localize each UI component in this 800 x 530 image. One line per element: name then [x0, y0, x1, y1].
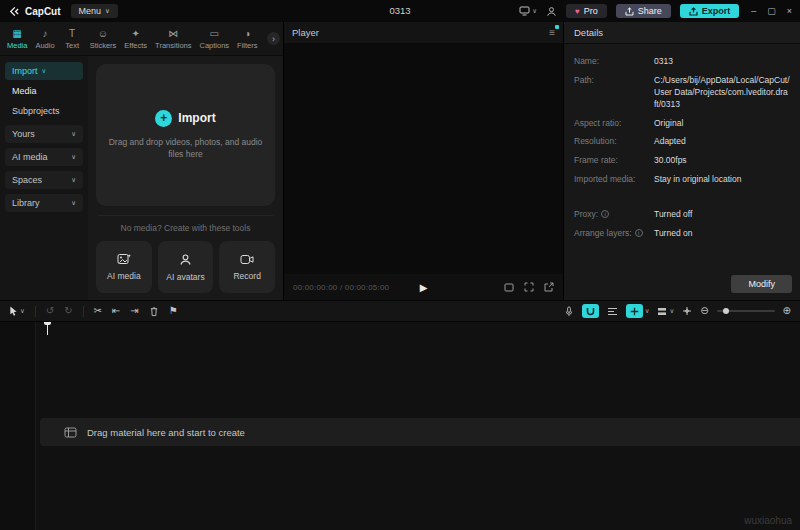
- minimize-button[interactable]: –: [751, 6, 756, 16]
- media-track-icon: [64, 427, 77, 438]
- detail-value[interactable]: Original: [654, 118, 683, 130]
- tracks-view-button[interactable]: [607, 307, 618, 316]
- ai-avatars-card[interactable]: AI avatars: [158, 241, 214, 293]
- sidebar-item-label: Media: [12, 86, 37, 96]
- tab-transitions[interactable]: ⋈ Transitions: [151, 28, 195, 50]
- layout-switch-button[interactable]: ∨: [519, 6, 537, 16]
- undo-button[interactable]: ↺: [46, 306, 54, 316]
- playhead-line[interactable]: [47, 322, 48, 335]
- details-panel: Details Name: 0313 Path: C:/Users/bij/Ap…: [564, 22, 800, 300]
- fullscreen-icon[interactable]: [524, 282, 534, 292]
- tab-label: Captions: [200, 41, 230, 50]
- timeline-zoom-slider[interactable]: [717, 310, 775, 312]
- player-viewport[interactable]: [284, 44, 563, 274]
- tab-label: Transitions: [155, 41, 191, 50]
- player-menu-icon[interactable]: ≡: [549, 28, 555, 38]
- sidebar-item-spaces[interactable]: Spaces ∨: [5, 171, 83, 189]
- ratio-icon[interactable]: [504, 283, 514, 292]
- tab-filters[interactable]: ◑ Filters: [233, 28, 261, 50]
- detail-label: Frame rate:: [574, 155, 654, 167]
- detail-value[interactable]: 30.00fps: [654, 155, 687, 167]
- ai-media-icon: [117, 253, 131, 265]
- zoom-slider-handle[interactable]: [723, 308, 729, 314]
- transitions-icon: ⋈: [168, 28, 178, 39]
- sidebar-item-subprojects[interactable]: Subprojects: [5, 102, 83, 120]
- detail-value[interactable]: Turned on: [654, 228, 692, 240]
- modify-button[interactable]: Modify: [731, 275, 792, 293]
- info-icon[interactable]: i: [635, 229, 643, 237]
- zoom-out-button[interactable]: ⊖: [700, 306, 708, 316]
- tools-hint: No media? Create with these tools: [98, 215, 273, 233]
- import-button[interactable]: + Import: [155, 110, 215, 127]
- chevron-right-icon: ›: [272, 34, 275, 44]
- sidebar-item-ai-media[interactable]: AI media ∨: [5, 148, 83, 166]
- detail-label: Name:: [574, 56, 654, 68]
- timeline-area[interactable]: Drag material here and start to create w…: [0, 322, 800, 530]
- titlebar-right: ∨ ♥ Pro Share Export – ▢ ×: [519, 4, 792, 18]
- ai-media-card[interactable]: AI media: [96, 241, 152, 293]
- chevron-down-icon: ∨: [645, 308, 650, 315]
- tabbar-overflow-button[interactable]: ›: [267, 32, 280, 45]
- export-button[interactable]: Export: [680, 4, 740, 18]
- delete-right-button[interactable]: ⇥: [130, 306, 138, 316]
- detail-row-arrange-layers: Arrange layers: i Turned on: [574, 228, 790, 240]
- player-header: Player ≡: [284, 22, 563, 44]
- player-timecode: 00:00:00:00 / 00:00:05:00: [293, 283, 389, 292]
- zoom-in-button[interactable]: ⊕: [783, 306, 791, 316]
- watermark-text: wuxiaohua: [744, 515, 792, 526]
- delete-button[interactable]: [149, 306, 159, 317]
- captions-icon: ▭: [210, 28, 219, 39]
- detail-label: Proxy: i: [574, 209, 654, 221]
- share-icon: [625, 7, 634, 16]
- tool-card-label: AI avatars: [166, 272, 204, 282]
- heart-icon: ♥: [575, 7, 580, 16]
- record-card[interactable]: Record: [219, 241, 275, 293]
- close-button[interactable]: ×: [787, 6, 792, 16]
- media-library-panel: ▦ Media ♪ Audio T Text ☺ Stickers ✦ Effe…: [0, 22, 283, 300]
- tab-stickers[interactable]: ☺ Stickers: [86, 28, 121, 50]
- detail-row-resolution: Resolution: Adapted: [574, 136, 790, 148]
- mark-button[interactable]: ⚑: [169, 306, 178, 316]
- tab-audio[interactable]: ♪ Audio: [31, 28, 58, 50]
- timeline-drop-placeholder[interactable]: Drag material here and start to create: [40, 418, 800, 446]
- tool-card-label: Record: [233, 271, 260, 281]
- detail-value[interactable]: Adapted: [654, 136, 686, 148]
- detail-row-aspect-ratio: Aspect ratio: Original: [574, 118, 790, 130]
- detail-value[interactable]: Stay in original location: [654, 174, 741, 186]
- tab-media[interactable]: ▦ Media: [3, 28, 31, 50]
- effects-icon: ✦: [132, 28, 140, 39]
- track-height-dropdown[interactable]: ∨: [657, 307, 674, 316]
- share-button[interactable]: Share: [616, 4, 671, 18]
- player-panel: Player ≡ 00:00:00:00 / 00:00:05:00 ▶: [284, 22, 563, 300]
- profile-button[interactable]: [546, 6, 557, 17]
- preview-axis-button[interactable]: [682, 306, 692, 316]
- tab-text[interactable]: T Text: [59, 28, 86, 50]
- redo-button[interactable]: ↻: [64, 306, 72, 316]
- maximize-button[interactable]: ▢: [767, 6, 776, 16]
- info-icon[interactable]: i: [601, 210, 609, 218]
- sidebar-item-media[interactable]: Media: [5, 82, 83, 100]
- menu-button[interactable]: Menu ∨: [71, 4, 118, 18]
- tab-label: Stickers: [90, 41, 117, 50]
- voiceover-mic-button[interactable]: [564, 306, 574, 317]
- sidebar-item-yours[interactable]: Yours ∨: [5, 125, 83, 143]
- linkage-toggle[interactable]: ∨: [626, 304, 650, 318]
- sidebar-item-library[interactable]: Library ∨: [5, 194, 83, 212]
- record-camera-icon: [240, 254, 254, 265]
- split-button[interactable]: ✂: [94, 306, 102, 316]
- detach-player-icon[interactable]: [544, 282, 554, 292]
- tab-effects[interactable]: ✦ Effects: [120, 28, 151, 50]
- play-button[interactable]: ▶: [420, 282, 428, 293]
- tab-captions[interactable]: ▭ Captions: [196, 28, 234, 50]
- magnet-icon: [586, 307, 595, 316]
- snap-toggle[interactable]: [582, 304, 599, 318]
- pro-badge[interactable]: ♥ Pro: [566, 4, 607, 18]
- import-dropzone[interactable]: + Import Drag and drop videos, photos, a…: [96, 64, 275, 206]
- sidebar-item-import[interactable]: Import ∨: [5, 62, 83, 80]
- detail-value[interactable]: Turned off: [654, 209, 692, 221]
- player-title: Player: [292, 27, 319, 38]
- delete-left-button[interactable]: ⇤: [112, 306, 120, 316]
- sidebar-item-label: Yours: [12, 129, 35, 139]
- select-tool-button[interactable]: ∨: [9, 306, 25, 317]
- link-icon: [626, 304, 643, 318]
